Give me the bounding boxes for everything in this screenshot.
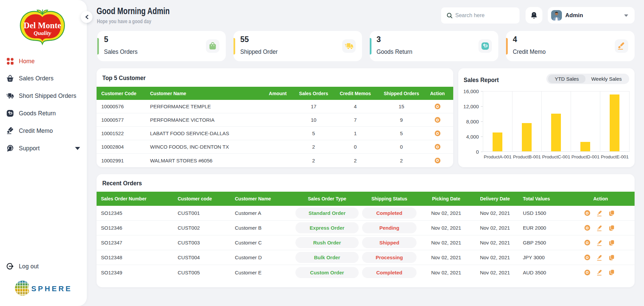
- svg-text:Del Monte: Del Monte: [24, 21, 61, 30]
- svg-text:SPHERE: SPHERE: [31, 284, 72, 293]
- svg-text:Quality: Quality: [34, 30, 51, 36]
